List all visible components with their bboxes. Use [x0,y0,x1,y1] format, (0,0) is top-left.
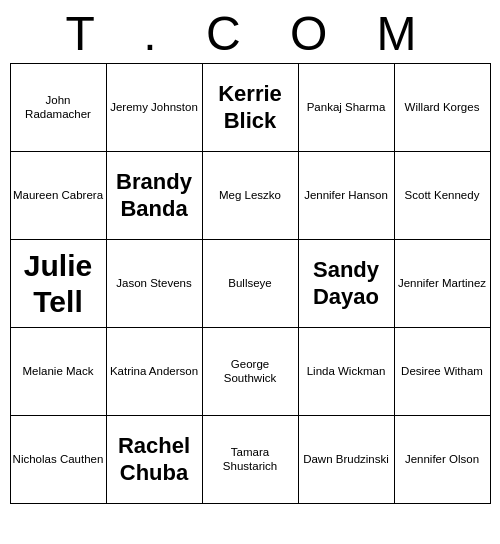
grid-cell-0-3: Pankaj Sharma [298,64,394,152]
bingo-grid: John RadamacherJeremy JohnstonKerrieBlic… [10,63,491,504]
grid-cell-2-1: Jason Stevens [106,240,202,328]
cell-name: Jennifer Martinez [397,277,488,291]
grid-cell-0-4: Willard Korges [394,64,490,152]
grid-cell-1-1: BrandyBanda [106,152,202,240]
cell-name: KerrieBlick [205,81,296,134]
grid-cell-3-3: Linda Wickman [298,328,394,416]
cell-name: Willard Korges [397,101,488,115]
grid-cell-2-0: JulieTell [10,240,106,328]
cell-name: Linda Wickman [301,365,392,379]
grid-cell-0-1: Jeremy Johnston [106,64,202,152]
cell-name: Bullseye [205,277,296,291]
grid-cell-0-2: KerrieBlick [202,64,298,152]
grid-cell-4-1: RachelChuba [106,416,202,504]
header-text: T . C O M [65,6,434,61]
cell-name: Nicholas Cauthen [13,453,104,467]
grid-cell-2-2: Bullseye [202,240,298,328]
cell-name: BrandyBanda [109,169,200,222]
cell-name: Pankaj Sharma [301,101,392,115]
grid-cell-4-2: Tamara Shustarich [202,416,298,504]
grid-cell-3-2: George Southwick [202,328,298,416]
grid-cell-4-0: Nicholas Cauthen [10,416,106,504]
grid-cell-1-2: Meg Leszko [202,152,298,240]
cell-name: Katrina Anderson [109,365,200,379]
cell-name: SandyDayao [301,257,392,310]
cell-name: John Radamacher [13,94,104,122]
cell-name: JulieTell [13,248,104,320]
cell-name: Jeremy Johnston [109,101,200,115]
cell-name: Maureen Cabrera [13,189,104,203]
grid-cell-1-0: Maureen Cabrera [10,152,106,240]
grid-cell-2-4: Jennifer Martinez [394,240,490,328]
grid-cell-1-3: Jennifer Hanson [298,152,394,240]
cell-name: RachelChuba [109,433,200,486]
grid-cell-0-0: John Radamacher [10,64,106,152]
grid-cell-1-4: Scott Kennedy [394,152,490,240]
cell-name: Jason Stevens [109,277,200,291]
cell-name: George Southwick [205,358,296,386]
page-header: T . C O M [0,0,500,63]
cell-name: Jennifer Olson [397,453,488,467]
grid-cell-3-4: Desiree Witham [394,328,490,416]
grid-cell-2-3: SandyDayao [298,240,394,328]
cell-name: Scott Kennedy [397,189,488,203]
grid-cell-4-4: Jennifer Olson [394,416,490,504]
cell-name: Jennifer Hanson [301,189,392,203]
cell-name: Desiree Witham [397,365,488,379]
grid-cell-3-0: Melanie Mack [10,328,106,416]
cell-name: Meg Leszko [205,189,296,203]
grid-cell-4-3: Dawn Brudzinski [298,416,394,504]
grid-cell-3-1: Katrina Anderson [106,328,202,416]
cell-name: Melanie Mack [13,365,104,379]
cell-name: Tamara Shustarich [205,446,296,474]
cell-name: Dawn Brudzinski [301,453,392,467]
